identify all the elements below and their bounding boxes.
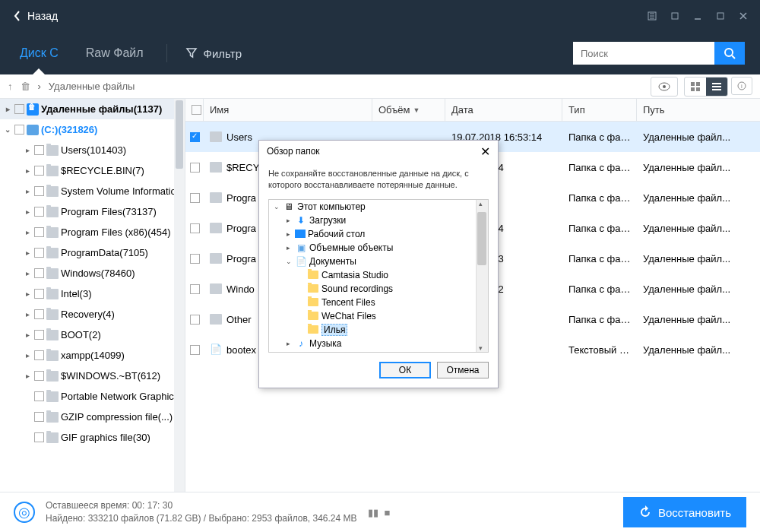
tree-doc-child[interactable]: Tencent Files bbox=[269, 296, 488, 309]
tree-3dobjects[interactable]: ▸▣ Объемные объекты bbox=[269, 241, 488, 255]
tab-raw-label: Raw Файл bbox=[86, 46, 144, 60]
tree-child-item[interactable]: Portable Network Graphics bbox=[0, 386, 185, 407]
tree-deleted-files[interactable]: ▸ Удаленные файлы(1137) bbox=[0, 99, 185, 119]
row-checkbox[interactable] bbox=[190, 315, 200, 325]
searchbox bbox=[573, 42, 745, 65]
tree-item-label: Users(101403) bbox=[61, 144, 126, 156]
tree-desktop[interactable]: ▸ Рабочий стол bbox=[269, 227, 488, 241]
tree-child-item[interactable]: GIF graphics file(30) bbox=[0, 427, 185, 448]
svg-line-5 bbox=[732, 55, 735, 59]
row-checkbox[interactable] bbox=[190, 193, 200, 203]
trash-icon[interactable]: 🗑 bbox=[21, 81, 30, 92]
th-path[interactable]: Путь bbox=[637, 99, 760, 121]
folder-icon bbox=[46, 412, 59, 423]
tree-disk-root[interactable]: ⌄ (C:)(321826) bbox=[0, 119, 185, 140]
tree-computer[interactable]: ⌄🖥 Этот компьютер bbox=[269, 200, 488, 214]
back-button[interactable]: Назад bbox=[6, 10, 65, 22]
row-checkbox[interactable] bbox=[190, 223, 200, 233]
tree-child-item[interactable]: ▸$RECYCLE.BIN(7) bbox=[0, 160, 185, 181]
search-input[interactable] bbox=[573, 42, 714, 65]
tree-child-item[interactable]: GZIP compression file(...) bbox=[0, 407, 185, 427]
th-checkbox[interactable] bbox=[185, 99, 204, 121]
tree-item-label: ProgramData(7105) bbox=[61, 247, 148, 258]
th-size[interactable]: Объём▼ bbox=[372, 99, 445, 121]
search-button[interactable] bbox=[714, 42, 745, 65]
tree-child-item[interactable]: ▸xampp(14099) bbox=[0, 345, 185, 366]
stop-button[interactable]: ■ bbox=[385, 507, 391, 518]
row-checkbox[interactable] bbox=[190, 345, 200, 355]
tree-music[interactable]: ▸♪ Музыка bbox=[269, 337, 488, 350]
up-button[interactable]: ↑ bbox=[8, 81, 13, 92]
row-checkbox[interactable] bbox=[190, 284, 200, 294]
folder-icon bbox=[308, 298, 318, 306]
sidebar-scrollbar[interactable] bbox=[174, 99, 185, 492]
pause-button[interactable]: ▮▮ bbox=[368, 507, 378, 518]
tree-doc-label: WeChat Files bbox=[321, 311, 376, 321]
file-path: Удаленные файл... bbox=[637, 223, 760, 234]
file-name: Users bbox=[226, 131, 252, 143]
window-aux1-button[interactable] bbox=[641, 5, 663, 27]
svg-rect-13 bbox=[712, 86, 721, 87]
maximize-button[interactable] bbox=[710, 5, 731, 27]
dialog-tree-scrollbar[interactable] bbox=[476, 200, 488, 352]
breadcrumb: Удаленные файлы bbox=[49, 81, 135, 92]
tree-downloads[interactable]: ▸⬇ Загрузки bbox=[269, 214, 488, 227]
file-name: Progra bbox=[226, 192, 256, 204]
tree-child-item[interactable]: ▸Users(101403) bbox=[0, 140, 185, 160]
th-date[interactable]: Дата bbox=[445, 99, 562, 121]
file-type: Папка с фай... bbox=[562, 223, 637, 234]
tree-documents[interactable]: ⌄📄 Документы bbox=[269, 255, 488, 268]
tree-child-item[interactable]: ▸Recovery(4) bbox=[0, 304, 185, 325]
folder-icon bbox=[46, 350, 59, 361]
recover-button[interactable]: Восстановить bbox=[623, 497, 746, 527]
file-path: Удаленные файл... bbox=[637, 253, 760, 264]
tree-doc-child[interactable]: Sound recordings bbox=[269, 282, 488, 296]
view-grid-button[interactable] bbox=[685, 78, 706, 96]
minimize-button[interactable] bbox=[687, 5, 708, 27]
row-checkbox[interactable] bbox=[190, 254, 200, 264]
file-type: Папка с фай... bbox=[562, 192, 637, 204]
dialog-folder-tree[interactable]: ⌄🖥 Этот компьютер ▸⬇ Загрузки ▸ Рабочий … bbox=[268, 199, 489, 353]
tree-doc-child[interactable]: WeChat Files bbox=[269, 309, 488, 323]
dialog-cancel-button[interactable]: Отмена bbox=[437, 362, 489, 378]
desktop-icon bbox=[295, 230, 306, 238]
tree-child-item[interactable]: ▸System Volume Information bbox=[0, 181, 185, 201]
dialog-close-button[interactable]: ✕ bbox=[480, 144, 490, 159]
tree-doc-child[interactable]: Camtasia Studio bbox=[269, 268, 488, 282]
th-name[interactable]: Имя bbox=[204, 99, 372, 121]
view-list-button[interactable] bbox=[706, 78, 727, 96]
tree-item-label: BOOT(2) bbox=[61, 329, 101, 340]
svg-rect-14 bbox=[712, 89, 721, 90]
tree-child-item[interactable]: ▸Windows(78460) bbox=[0, 263, 185, 283]
tree-child-item[interactable]: ▸Program Files (x86)(454) bbox=[0, 222, 185, 242]
file-name: $RECY bbox=[226, 162, 259, 173]
tab-disk[interactable]: Диск С bbox=[15, 32, 63, 74]
dialog-ok-button[interactable]: ОК bbox=[379, 362, 431, 378]
info-button[interactable]: i bbox=[731, 77, 752, 95]
tree-child-item[interactable]: ▸BOOT(2) bbox=[0, 325, 185, 345]
svg-rect-8 bbox=[691, 82, 695, 86]
window-aux2-button[interactable] bbox=[664, 5, 686, 27]
tab-raw[interactable]: Raw Файл bbox=[81, 32, 148, 74]
file-path: Удаленные файл... bbox=[637, 344, 760, 356]
tab-divider bbox=[166, 44, 167, 62]
close-button[interactable] bbox=[733, 5, 754, 27]
preview-button[interactable] bbox=[651, 77, 678, 97]
row-checkbox[interactable] bbox=[190, 132, 200, 142]
filter-button[interactable]: Фильтр bbox=[185, 47, 242, 60]
file-icon: 📄 bbox=[210, 344, 222, 356]
tree-item-label: Windows(78460) bbox=[61, 268, 135, 279]
th-type[interactable]: Тип bbox=[562, 99, 637, 121]
tree-child-item[interactable]: ▸Intel(3) bbox=[0, 283, 185, 304]
tree-doc-child[interactable]: Илья bbox=[269, 323, 488, 337]
tree-child-item[interactable]: ▸$WINDOWS.~BT(612) bbox=[0, 366, 185, 386]
tabbar: Диск С Raw Файл Фильтр bbox=[0, 32, 760, 74]
recover-label: Восстановить bbox=[658, 506, 731, 519]
tree-child-item[interactable]: ▸Program Files(73137) bbox=[0, 201, 185, 222]
row-checkbox[interactable] bbox=[190, 163, 200, 173]
tree-child-item[interactable]: ▸ProgramData(7105) bbox=[0, 242, 185, 263]
folder-icon bbox=[46, 391, 59, 402]
folder-icon bbox=[210, 223, 222, 233]
tree-item-label: Program Files (x86)(454) bbox=[61, 226, 171, 238]
folder-icon bbox=[46, 248, 59, 258]
